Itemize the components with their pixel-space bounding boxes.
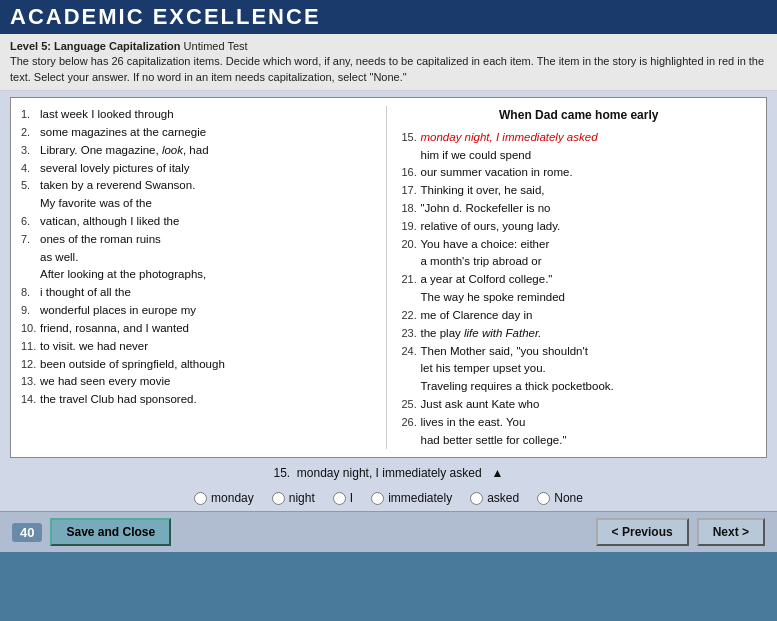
radio-immediately[interactable] [371,492,384,505]
option-monday[interactable]: monday [194,491,254,505]
question-number: 15. [273,466,290,480]
radio-asked[interactable] [470,492,483,505]
prev-button[interactable]: < Previous [596,518,689,546]
app-header: ACADEMIC EXCELLENCE [0,0,777,34]
passage-title: When Dad came home early [402,106,757,125]
passage-line: 7. ones of the roman ruins [21,231,376,249]
passage-right: When Dad came home early 15. monday nigh… [397,106,757,449]
passage-line: 6. vatican, although I liked the [21,213,376,231]
passage-line: as well. [21,249,376,267]
option-I[interactable]: I [333,491,353,505]
passage-line: 15. monday night, I immediately asked [402,129,757,147]
question-text: monday night, I immediately asked [297,466,482,480]
mode-label: Untimed Test [184,40,248,52]
radio-night[interactable] [272,492,285,505]
bottom-bar: 40 Save and Close < Previous Next > [0,511,777,552]
passage-line: 8. i thought of all the [21,284,376,302]
option-monday-label: monday [211,491,254,505]
passage-line: My favorite was of the [21,195,376,213]
passage-line: 23. the play life with Father. [402,325,757,343]
passage-line: 25. Just ask aunt Kate who [402,396,757,414]
app-title: ACADEMIC EXCELLENCE [10,4,321,29]
passage-line: 3. Library. One magazine, look, had [21,142,376,160]
passage-line: 13. we had seen every movie [21,373,376,391]
passage-line: 22. me of Clarence day in [402,307,757,325]
passage-line: 1. last week I looked through [21,106,376,124]
next-button[interactable]: Next > [697,518,765,546]
score-badge: 40 [12,523,42,542]
passage-line: The way he spoke reminded [402,289,757,307]
option-immediately[interactable]: immediately [371,491,452,505]
directions-text: The story below has 26 capitalization it… [10,55,764,82]
radio-monday[interactable] [194,492,207,505]
option-none-label: None [554,491,583,505]
passage-line: 18. "John d. Rockefeller is no [402,200,757,218]
option-night[interactable]: night [272,491,315,505]
passage-line: 14. the travel Club had sponsored. [21,391,376,409]
passage-line: let his temper upset you. [402,360,757,378]
main-content: 1. last week I looked through 2. some ma… [0,91,777,511]
passage-line: 26. lives in the east. You [402,414,757,432]
option-asked-label: asked [487,491,519,505]
save-close-button[interactable]: Save and Close [50,518,171,546]
passage-line: 16. our summer vacation in rome. [402,164,757,182]
option-none[interactable]: None [537,491,583,505]
option-night-label: night [289,491,315,505]
question-display: 15. monday night, I immediately asked ▲ [10,464,767,481]
passage-line: 11. to visit. we had never [21,338,376,356]
passage-line: 2. some magazines at the carnegie [21,124,376,142]
passage-line: 17. Thinking it over, he said, [402,182,757,200]
radio-I[interactable] [333,492,346,505]
passage-line: 19. relative of ours, young lady. [402,218,757,236]
passage-line: 10. friend, rosanna, and I wanted [21,320,376,338]
passage-line: 9. wonderful places in europe my [21,302,376,320]
option-immediately-label: immediately [388,491,452,505]
option-asked[interactable]: asked [470,491,519,505]
passage-line: Traveling requires a thick pocketbook. [402,378,757,396]
nav-group: < Previous Next > [596,518,765,546]
option-I-label: I [350,491,353,505]
radio-none[interactable] [537,492,550,505]
instruction-bar: Level 5: Language Capitalization Untimed… [0,34,777,91]
passage-line: 24. Then Mother said, "you shouldn't [402,343,757,361]
level-label: Level 5: [10,40,51,52]
passage-left: 1. last week I looked through 2. some ma… [21,106,387,449]
passage-line: 5. taken by a reverend Swanson. [21,177,376,195]
passage-box: 1. last week I looked through 2. some ma… [10,97,767,458]
passage-line: After looking at the photographs, [21,266,376,284]
passage-line: 12. been outside of springfield, althoug… [21,356,376,374]
passage-line: him if we could spend [402,147,757,165]
passage-line: 4. several lovely pictures of italy [21,160,376,178]
skill-label: Language Capitalization [54,40,181,52]
passage-line: 21. a year at Colford college." [402,271,757,289]
passage-line: a month's trip abroad or [402,253,757,271]
answer-row: monday night I immediately asked None [10,487,767,507]
passage-line: had better settle for college." [402,432,757,450]
passage-line: 20. You have a choice: either [402,236,757,254]
